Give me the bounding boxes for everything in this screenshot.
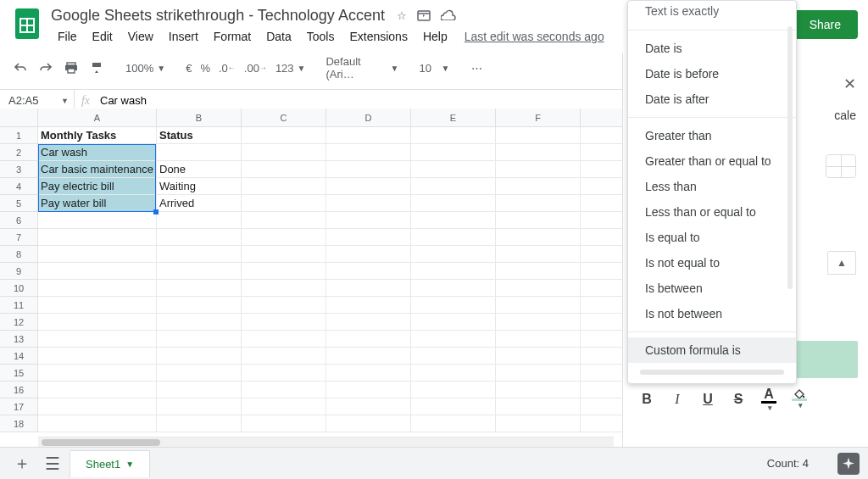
cell-C15[interactable] [242, 365, 326, 382]
dropdown-item[interactable]: Less than [628, 174, 796, 199]
cell-E14[interactable] [411, 348, 496, 365]
cell-C1[interactable] [242, 127, 326, 144]
last-edit-link[interactable]: Last edit was seconds ago [465, 30, 604, 43]
cell-A14[interactable] [38, 348, 157, 365]
row-header-5[interactable]: 5 [0, 195, 38, 212]
cell-B11[interactable] [157, 297, 242, 314]
column-header-D[interactable]: D [326, 109, 411, 127]
cell-D1[interactable] [326, 127, 411, 144]
row-header-10[interactable]: 10 [0, 280, 38, 297]
cell-F12[interactable] [496, 314, 581, 331]
underline-button[interactable]: U [694, 387, 721, 412]
zoom-select[interactable]: 100%▼ [124, 58, 167, 78]
cell-C6[interactable] [242, 212, 326, 229]
cell-F7[interactable] [496, 229, 581, 246]
cell-F11[interactable] [496, 297, 581, 314]
cell-E4[interactable] [411, 178, 496, 195]
select-all-corner[interactable] [0, 109, 38, 127]
increase-decimal-button[interactable]: .00→ [242, 58, 269, 78]
dropdown-item[interactable]: Is equal to [628, 225, 796, 250]
row-header-18[interactable]: 18 [0, 415, 38, 432]
print-button[interactable] [61, 58, 81, 77]
cell-C2[interactable] [242, 144, 326, 161]
cell-D15[interactable] [326, 365, 411, 382]
redo-button[interactable] [36, 58, 56, 77]
cell-D11[interactable] [326, 297, 411, 314]
cell-A4[interactable]: Pay electric bill [38, 178, 157, 195]
cell-E3[interactable] [411, 161, 496, 178]
italic-button[interactable]: I [664, 387, 691, 412]
cell-D7[interactable] [326, 229, 411, 246]
percent-button[interactable]: % [198, 58, 212, 78]
cell-A5[interactable]: Pay water bill [38, 195, 157, 212]
cell-B2[interactable] [157, 144, 242, 161]
cell-A3[interactable]: Car basic maintenance [38, 161, 157, 178]
cell-F18[interactable] [496, 415, 581, 432]
cell-C11[interactable] [242, 297, 326, 314]
dropdown-item[interactable]: Greater than or equal to [628, 148, 796, 174]
paint-format-button[interactable] [86, 58, 107, 78]
cell-C13[interactable] [242, 331, 326, 348]
cell-A6[interactable] [38, 212, 157, 229]
dropdown-item[interactable]: Date is before [628, 61, 796, 86]
dropdown-item[interactable]: Less than or equal to [628, 199, 796, 225]
horizontal-scrollbar[interactable] [38, 437, 614, 447]
cell-A12[interactable] [38, 314, 157, 331]
row-header-11[interactable]: 11 [0, 297, 38, 314]
dropdown-item[interactable]: Is between [628, 276, 796, 301]
menu-edit[interactable]: Edit [86, 26, 120, 47]
menu-view[interactable]: View [121, 26, 160, 47]
cell-F9[interactable] [496, 263, 581, 280]
cell-B7[interactable] [157, 229, 242, 246]
font-select[interactable]: Default (Ari…▼ [324, 52, 400, 84]
cell-B5[interactable]: Arrived [157, 195, 242, 212]
row-header-1[interactable]: 1 [0, 127, 38, 144]
bold-button[interactable]: B [633, 387, 660, 412]
cell-D10[interactable] [326, 280, 411, 297]
add-sheet-button[interactable]: ＋ [8, 450, 36, 477]
cell-B13[interactable] [157, 331, 242, 348]
menu-extensions[interactable]: Extensions [342, 26, 414, 47]
cell-C4[interactable] [242, 178, 326, 195]
cell-D13[interactable] [326, 331, 411, 348]
cell-C14[interactable] [242, 348, 326, 365]
column-header-A[interactable]: A [38, 109, 157, 127]
row-header-2[interactable]: 2 [0, 144, 38, 161]
dropdown-item[interactable]: Greater than [628, 123, 796, 148]
column-header-F[interactable]: F [496, 109, 581, 127]
row-header-9[interactable]: 9 [0, 263, 38, 280]
star-icon[interactable]: ☆ [397, 9, 407, 22]
strikethrough-button[interactable]: S [725, 387, 752, 412]
cloud-icon[interactable] [441, 9, 456, 22]
sheets-logo[interactable] [10, 7, 44, 41]
cell-E17[interactable] [411, 398, 496, 415]
cell-F13[interactable] [496, 331, 581, 348]
currency-button[interactable]: € [184, 58, 193, 78]
cell-E2[interactable] [411, 144, 496, 161]
cell-E15[interactable] [411, 365, 496, 382]
cell-F17[interactable] [496, 398, 581, 415]
cell-C10[interactable] [242, 280, 326, 297]
cell-D9[interactable] [326, 263, 411, 280]
cell-F10[interactable] [496, 280, 581, 297]
dropdown-item[interactable]: Custom formula is [628, 337, 796, 363]
cell-A13[interactable] [38, 331, 157, 348]
dropdown-item[interactable]: Date is [628, 36, 796, 61]
cell-C3[interactable] [242, 161, 326, 178]
cell-D2[interactable] [326, 144, 411, 161]
row-header-16[interactable]: 16 [0, 382, 38, 398]
cell-A15[interactable] [38, 365, 157, 382]
cell-A16[interactable] [38, 382, 157, 398]
undo-button[interactable] [10, 58, 31, 77]
cell-D14[interactable] [326, 348, 411, 365]
document-title[interactable]: Google Sheets strikethrough - Technology… [51, 7, 385, 25]
cell-D4[interactable] [326, 178, 411, 195]
menu-format[interactable]: Format [207, 26, 258, 47]
cell-B16[interactable] [157, 382, 242, 398]
cell-C12[interactable] [242, 314, 326, 331]
cell-A8[interactable] [38, 246, 157, 263]
cell-F15[interactable] [496, 365, 581, 382]
cell-C8[interactable] [242, 246, 326, 263]
cell-C9[interactable] [242, 263, 326, 280]
cell-B14[interactable] [157, 348, 242, 365]
